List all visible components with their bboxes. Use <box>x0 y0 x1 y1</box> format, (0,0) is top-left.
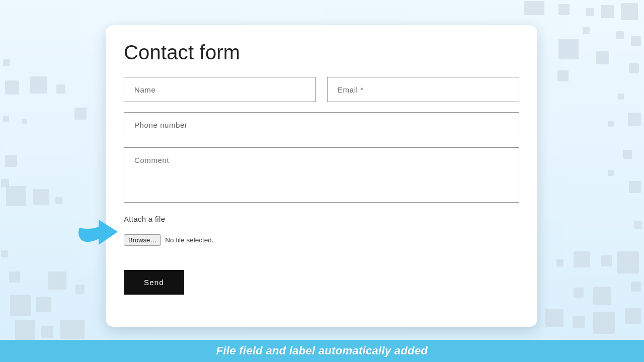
attach-file-label: Attach a file <box>124 215 519 223</box>
comment-textarea[interactable] <box>124 147 519 203</box>
file-input-row: Browse… No file selected. <box>124 234 519 246</box>
contact-form-card: Contact form Attach a file Browse… No fi… <box>106 25 537 327</box>
send-button[interactable]: Send <box>124 270 184 295</box>
phone-input[interactable] <box>124 112 519 137</box>
file-status-text: No file selected. <box>165 236 213 244</box>
comment-row <box>124 147 519 205</box>
name-email-row <box>124 77 519 102</box>
banner-text: File field and label automatically added <box>216 344 428 357</box>
phone-row <box>124 112 519 137</box>
browse-button[interactable]: Browse… <box>124 234 161 246</box>
bottom-banner: File field and label automatically added <box>0 340 644 362</box>
attach-file-block: Attach a file Browse… No file selected. <box>124 215 519 246</box>
email-input[interactable] <box>327 77 519 102</box>
name-input[interactable] <box>124 77 316 102</box>
form-title: Contact form <box>124 41 519 64</box>
